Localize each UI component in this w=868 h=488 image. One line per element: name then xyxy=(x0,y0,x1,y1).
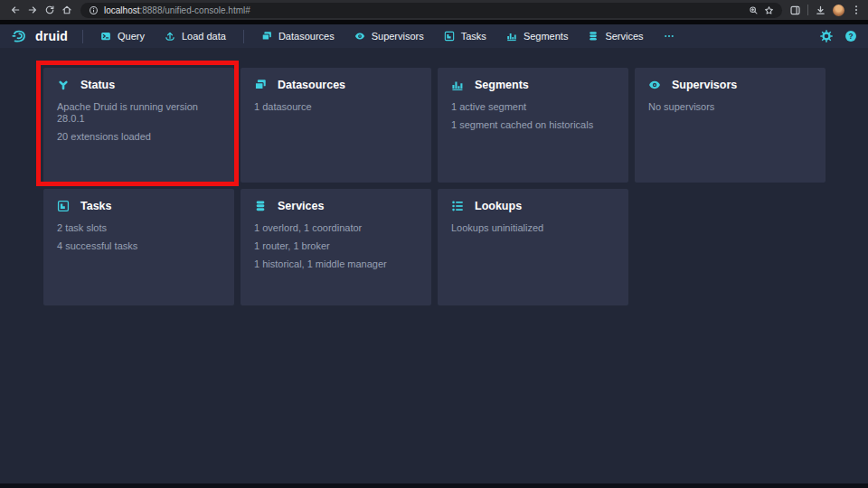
list-icon xyxy=(451,200,464,212)
card-line: Lookups uninitialized xyxy=(451,222,615,234)
card-lookups[interactable]: Lookups Lookups uninitialized xyxy=(438,189,628,305)
nav-item-tasks[interactable]: Tasks xyxy=(434,24,496,48)
card-title: Status xyxy=(80,79,115,91)
card-line: No supervisors xyxy=(648,101,812,113)
nav-label: Tasks xyxy=(461,31,486,42)
druid-navbar: druid Query Load data Datasources Su xyxy=(0,24,868,48)
database-icon xyxy=(588,31,599,42)
window-bottom-edge xyxy=(0,483,868,488)
download-icon[interactable] xyxy=(815,5,826,16)
card-line: 1 active segment xyxy=(451,101,615,113)
forward-icon[interactable] xyxy=(24,2,41,18)
svg-text:?: ? xyxy=(848,32,853,41)
card-tasks[interactable]: Tasks 2 task slots 4 successful tasks xyxy=(43,189,234,305)
settings-gear-icon[interactable] xyxy=(820,30,833,42)
nav-item-supervisors[interactable]: Supervisors xyxy=(344,24,434,48)
site-info-icon[interactable] xyxy=(89,5,99,15)
nav-divider xyxy=(243,30,244,43)
card-line: 1 historical, 1 middle manager xyxy=(254,258,418,270)
card-title: Segments xyxy=(475,79,529,91)
profile-avatar[interactable] xyxy=(833,5,844,16)
card-line: 20 extensions loaded xyxy=(57,131,221,143)
brand-name: druid xyxy=(35,29,68,43)
stacked-squares-icon xyxy=(254,79,267,91)
help-icon[interactable]: ? xyxy=(844,30,857,42)
more-menu-button[interactable] xyxy=(654,24,684,48)
bookmark-star-icon[interactable] xyxy=(764,5,774,15)
nav-item-query[interactable]: Query xyxy=(90,24,155,48)
kebab-menu-icon[interactable] xyxy=(851,5,862,15)
url-path: :8888/unified-console.html# xyxy=(139,5,250,15)
card-title: Supervisors xyxy=(672,79,737,91)
navbar-right: ? xyxy=(820,30,857,42)
gantt-icon xyxy=(57,200,70,212)
address-bar[interactable]: localhost:8888/unified-console.html# xyxy=(80,3,782,18)
bar-chart-icon xyxy=(451,79,464,91)
extensions-icon[interactable] xyxy=(789,5,801,16)
card-status[interactable]: Status Apache Druid is running version 2… xyxy=(43,68,234,183)
card-segments[interactable]: Segments 1 active segment 1 segment cach… xyxy=(438,68,628,183)
card-line: 1 router, 1 broker xyxy=(254,240,418,252)
back-icon[interactable] xyxy=(6,2,24,18)
card-line: 1 segment cached on historicals xyxy=(451,119,615,131)
nav-label: Query xyxy=(118,31,145,42)
stacked-squares-icon xyxy=(261,31,272,42)
reload-icon[interactable] xyxy=(41,2,58,18)
card-line: 4 successful tasks xyxy=(57,240,221,252)
card-line: Apache Druid is running version 28.0.1 xyxy=(57,101,221,125)
eye-icon xyxy=(354,31,365,42)
toolbar-right-icons xyxy=(789,5,862,16)
druid-logo[interactable]: druid xyxy=(11,27,75,45)
eye-icon xyxy=(648,79,661,91)
zoom-level-icon[interactable] xyxy=(749,5,759,15)
nav-item-datasources[interactable]: Datasources xyxy=(251,24,344,48)
card-title: Datasources xyxy=(278,79,345,91)
card-line: 2 task slots xyxy=(57,222,221,234)
nav-label: Services xyxy=(605,31,643,42)
toolbar-separator xyxy=(807,5,808,15)
browser-toolbar: localhost:8888/unified-console.html# xyxy=(0,0,868,20)
nav-label: Load data xyxy=(182,31,226,42)
nav-label: Segments xyxy=(524,31,569,42)
console-icon xyxy=(100,31,111,42)
more-icon xyxy=(664,31,675,42)
card-title: Lookups xyxy=(475,200,522,212)
home-icon[interactable] xyxy=(58,2,75,18)
nav-item-segments[interactable]: Segments xyxy=(496,24,579,48)
card-datasources[interactable]: Datasources 1 datasource xyxy=(241,68,431,183)
url-host: localhost xyxy=(104,5,139,15)
card-line: 1 overlord, 1 coordinator xyxy=(254,222,418,234)
nav-label: Supervisors xyxy=(372,31,424,42)
card-line: 1 datasource xyxy=(254,101,418,113)
nav-divider xyxy=(82,30,83,43)
home-view-cards: Status Apache Druid is running version 2… xyxy=(43,68,826,305)
gantt-icon xyxy=(444,31,455,42)
card-title: Services xyxy=(278,200,324,212)
bar-chart-icon xyxy=(506,31,517,42)
graph-icon xyxy=(57,79,70,91)
card-supervisors[interactable]: Supervisors No supervisors xyxy=(635,68,826,183)
card-title: Tasks xyxy=(80,200,112,212)
card-services[interactable]: Services 1 overlord, 1 coordinator 1 rou… xyxy=(241,189,431,305)
nav-label: Datasources xyxy=(278,31,335,42)
url-text[interactable]: localhost:8888/unified-console.html# xyxy=(104,5,743,15)
nav-item-load-data[interactable]: Load data xyxy=(155,24,236,48)
druid-logo-icon xyxy=(11,27,29,45)
upload-icon xyxy=(165,31,175,42)
nav-item-services[interactable]: Services xyxy=(578,24,653,48)
database-icon xyxy=(254,200,267,212)
